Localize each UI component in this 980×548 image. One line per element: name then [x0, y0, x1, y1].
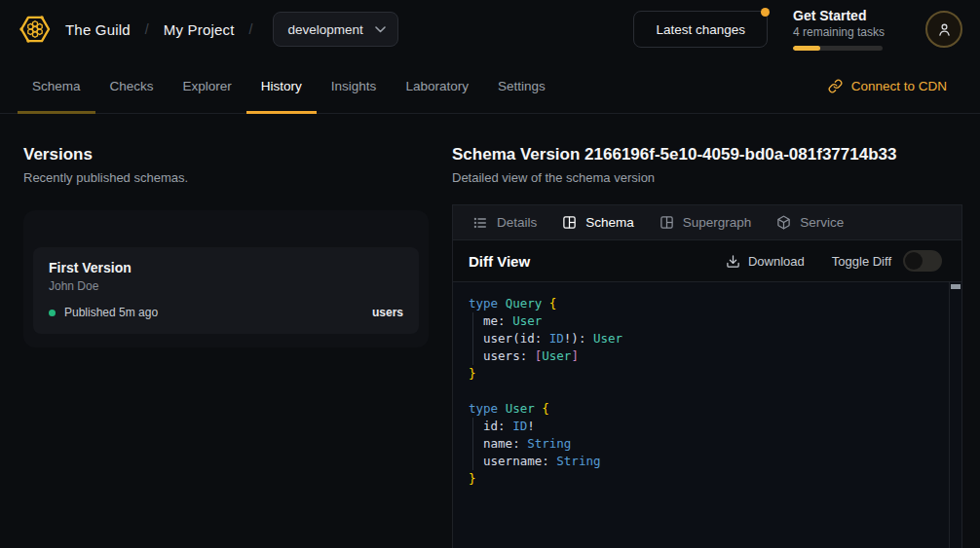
- download-button[interactable]: Download: [726, 254, 805, 269]
- get-started-subtitle: 4 remaining tasks: [793, 25, 900, 39]
- download-label: Download: [748, 254, 805, 269]
- detail-tab-schema[interactable]: Schema: [562, 215, 634, 230]
- box-icon: [776, 215, 791, 230]
- target-nav: SchemaChecksExplorerHistoryInsightsLabor…: [0, 58, 980, 114]
- detail-tab-service[interactable]: Service: [776, 215, 844, 230]
- version-status-label: Published 5m ago: [64, 306, 158, 319]
- list-icon: [472, 215, 488, 231]
- tab-history[interactable]: History: [246, 58, 317, 113]
- code-line: users: [User]: [469, 347, 944, 365]
- schema-detail-card: DetailsSchemaSupergraphService Diff View…: [452, 204, 962, 548]
- versions-panel: Versions Recently published schemas. Fir…: [0, 114, 452, 548]
- detail-tab-label: Schema: [585, 215, 634, 230]
- download-icon: [726, 254, 740, 269]
- version-name: First Version: [49, 260, 403, 275]
- columns-icon: [660, 215, 674, 230]
- code-line: }: [469, 470, 944, 488]
- code-scrollbar[interactable]: [949, 282, 961, 548]
- scrollbar-thumb[interactable]: [951, 284, 961, 289]
- tab-label: Insights: [331, 79, 377, 93]
- progress-fill: [793, 46, 820, 51]
- tab-checks[interactable]: Checks: [95, 58, 169, 113]
- hive-logo-icon[interactable]: [18, 12, 53, 47]
- latest-changes-button[interactable]: Latest changes: [633, 11, 768, 48]
- user-menu-button[interactable]: [925, 11, 962, 48]
- columns-icon: [562, 215, 577, 230]
- diff-toolbar: Diff View Download Toggle Diff: [453, 240, 961, 282]
- code-line: id: ID!: [469, 418, 944, 435]
- published-dot: [49, 310, 56, 316]
- get-started-progress-bar: [793, 46, 883, 51]
- project-breadcrumb[interactable]: My Project: [164, 21, 235, 38]
- tab-label: Settings: [498, 79, 546, 93]
- code-line: username: String: [469, 453, 944, 470]
- notification-dot-badge: [761, 8, 770, 17]
- tab-laboratory[interactable]: Laboratory: [391, 58, 483, 113]
- detail-tab-details[interactable]: Details: [472, 215, 537, 231]
- tab-indicator: [246, 111, 317, 114]
- breadcrumb-separator: /: [143, 21, 151, 37]
- header: The Guild / My Project / development Lat…: [0, 0, 980, 58]
- tab-label: Schema: [32, 79, 81, 93]
- detail-tab-label: Service: [800, 215, 844, 230]
- version-list-item[interactable]: First Version John Doe Published 5m ago …: [33, 247, 419, 334]
- breadcrumb: The Guild / My Project / development: [18, 12, 398, 47]
- header-actions: Latest changes Get Started 4 remaining t…: [633, 8, 962, 51]
- target-tab-list: SchemaChecksExplorerHistoryInsightsLabor…: [18, 58, 560, 113]
- tab-schema[interactable]: Schema: [18, 58, 95, 113]
- tab-explorer[interactable]: Explorer: [169, 58, 246, 113]
- schema-version-title: Schema Version 2166196f-5e10-4059-bd0a-0…: [452, 145, 962, 164]
- code-line: type User {: [469, 400, 944, 418]
- detail-tab-list: DetailsSchemaSupergraphService: [453, 205, 961, 240]
- connect-cdn-button[interactable]: Connect to CDN: [828, 58, 947, 113]
- org-breadcrumb[interactable]: The Guild: [65, 21, 131, 38]
- detail-tab-label: Supergraph: [683, 215, 752, 230]
- tab-settings[interactable]: Settings: [483, 58, 560, 113]
- version-list: First Version John Doe Published 5m ago …: [23, 210, 429, 347]
- code-line: }: [469, 365, 944, 383]
- toggle-diff-label: Toggle Diff: [832, 254, 891, 269]
- detail-tab-label: Details: [497, 215, 537, 230]
- target-selector[interactable]: development: [273, 12, 397, 47]
- toggle-diff-switch[interactable]: [903, 250, 942, 272]
- tab-label: History: [261, 79, 302, 93]
- code-line: name: String: [469, 435, 944, 453]
- tab-insights[interactable]: Insights: [317, 58, 392, 113]
- schema-code-viewer[interactable]: type Query { me: User user(id: ID!): Use…: [453, 282, 961, 548]
- code-line: type Query {: [469, 295, 944, 312]
- detail-tab-supergraph[interactable]: Supergraph: [660, 215, 752, 230]
- link-icon: [828, 79, 843, 93]
- switch-knob: [905, 252, 923, 270]
- version-meta-row: Published 5m ago users: [49, 306, 403, 319]
- versions-subtitle: Recently published schemas.: [23, 170, 429, 185]
- main-content: Versions Recently published schemas. Fir…: [0, 114, 980, 548]
- breadcrumb-separator: /: [247, 21, 255, 37]
- latest-changes-label: Latest changes: [656, 22, 745, 37]
- code-line: [469, 383, 944, 400]
- target-selector-value: development: [287, 22, 362, 37]
- schema-version-subtitle: Detailed view of the schema version: [452, 170, 962, 185]
- get-started-title: Get Started: [793, 8, 900, 23]
- version-service-badge: users: [372, 306, 403, 319]
- user-icon: [936, 21, 953, 38]
- tab-label: Checks: [110, 79, 154, 93]
- version-status: Published 5m ago: [49, 306, 158, 319]
- code-line: me: User: [469, 312, 944, 330]
- tab-indicator: [18, 111, 95, 114]
- tab-label: Laboratory: [405, 79, 469, 93]
- code-line: user(id: ID!): User: [469, 330, 944, 347]
- chevron-down-icon: [375, 26, 386, 33]
- versions-title: Versions: [23, 145, 429, 164]
- connect-cdn-label: Connect to CDN: [851, 79, 947, 93]
- diff-controls: Download Toggle Diff: [726, 250, 942, 272]
- get-started-widget[interactable]: Get Started 4 remaining tasks: [793, 8, 900, 51]
- toggle-diff-control: Toggle Diff: [832, 250, 942, 272]
- version-author: John Doe: [49, 279, 403, 293]
- version-detail-panel: Schema Version 2166196f-5e10-4059-bd0a-0…: [452, 114, 980, 548]
- tab-label: Explorer: [183, 79, 232, 93]
- diff-view-title: Diff View: [469, 253, 530, 270]
- code-content: type Query { me: User user(id: ID!): Use…: [469, 295, 944, 488]
